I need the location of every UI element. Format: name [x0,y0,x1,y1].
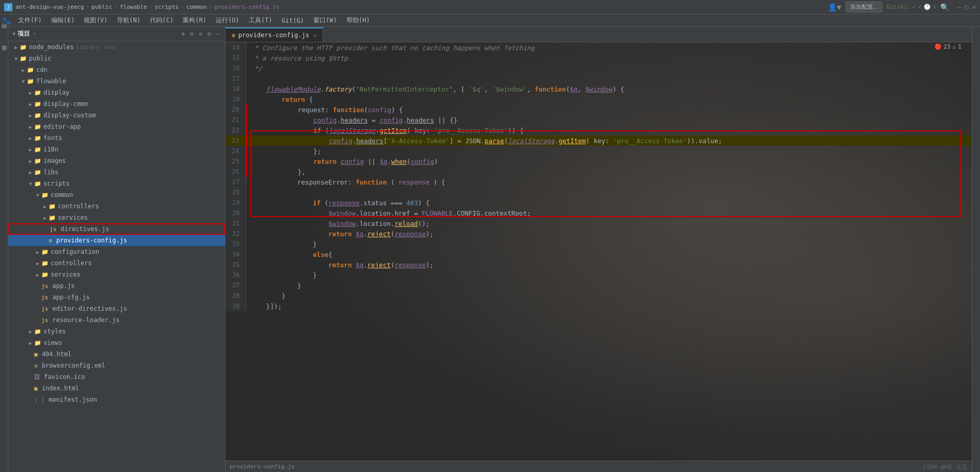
line-content[interactable]: return config || $q.when(config) [246,156,972,166]
arrow-icon: ▶ [27,329,34,334]
tree-item-index-html[interactable]: ▶ ▣ index.html [8,383,225,394]
tree-dropdown[interactable]: ▾ [33,31,36,37]
tree-item-fonts[interactable]: ▶ 📁 fonts [8,132,225,144]
line-content[interactable]: config.headers = config.headers || {} [246,115,972,125]
code-line-15: 15 * a resource using $http. [225,53,972,63]
code-line-36: 36 } [225,270,972,280]
menu-run[interactable]: 运行(U) [212,15,244,26]
global-search-icon[interactable]: 🔍 [940,3,949,11]
line-content[interactable]: $window.location.href = FLOWABLE.CONFIG.… [246,208,972,218]
tree-item-browserconfig[interactable]: ▶ ▣ browserconfig.xml [8,360,225,371]
tree-item-styles[interactable]: ▶ 📁 styles [8,326,225,337]
line-content[interactable]: }; [246,146,972,156]
line-content[interactable]: request: function(config) { [246,104,972,115]
folder-icon: 📁 [34,101,41,108]
menu-file[interactable]: 文件(F) [14,15,46,26]
line-number: 19 [225,94,246,104]
tab-close-button[interactable]: ✕ [313,33,316,38]
line-content[interactable]: return $q.reject(response); [246,229,972,239]
tree-item-display-cmmn[interactable]: ▶ 📁 display-cmmn [8,98,225,110]
line-content[interactable] [246,187,972,197]
line-content[interactable]: * Configure the HTTP provider such that … [246,42,972,53]
tree-item-scripts[interactable]: ▼ 📁 scripts [8,178,225,189]
line-content[interactable]: config.headers['X-Access-Token'] = JSON.… [246,135,972,146]
line-content[interactable]: else{ [246,249,972,260]
tree-item-app-cfg-js[interactable]: ▶ js app-cfg.js [8,292,225,303]
tree-item-configuration[interactable]: ▶ 📁 configuration [8,246,225,257]
code-content[interactable]: 14 * Configure the HTTP provider such th… [225,42,972,461]
line-content[interactable]: if (localStorage.getItem( key: 'pro__Acc… [246,125,972,135]
folder-icon: 📁 [49,203,56,210]
tree-item-i18n[interactable]: ▶ 📁 i18n [8,144,225,155]
win-max[interactable]: □ [965,4,969,10]
tree-item-services-scripts[interactable]: ▶ 📁 services [8,269,225,280]
tree-item-images[interactable]: ▶ 📁 images [8,155,225,166]
tab-providers-config[interactable]: ⚙ providers-config.js ✕ [225,27,323,42]
config-file-icon: ⚙ [49,237,52,244]
tree-item-providers-config[interactable]: ▶ ⚙ providers-config.js [8,235,225,246]
tree-item-favicon[interactable]: ▶ 🖼 favicon.ico [8,371,225,383]
line-content[interactable]: }, [246,166,972,177]
js-file-icon: js [41,294,48,301]
file-tree-content[interactable]: ▶ 📁 node_modules library root ▼ 📁 public… [8,41,225,472]
menu-refactor[interactable]: 重构(R) [178,15,210,26]
line-content[interactable]: return $q.reject(response); [246,260,972,270]
tree-item-directives-js[interactable]: ▶ js directives.js [8,223,225,235]
code-table: 14 * Configure the HTTP provider such th… [225,42,972,311]
line-content[interactable]: flowableModule.factory('NotPermittedInte… [246,84,972,94]
menu-nav[interactable]: 导航(N) [113,15,145,26]
user-icon[interactable]: 👤▼ [828,3,841,11]
tree-item-404[interactable]: ▶ ▣ 404.html [8,348,225,360]
line-content[interactable]: } [246,291,972,301]
line-content[interactable]: $window.location.reload(); [246,218,972,229]
line-content[interactable]: * a resource using $http. [246,53,972,63]
folder-icon: 📁 [34,135,41,142]
tree-item-controllers-common[interactable]: ▶ 📁 controllers [8,201,225,212]
menu-git[interactable]: Git(G) [278,16,308,25]
win-min[interactable]: — [957,4,961,10]
tree-locate-btn[interactable]: ⊕ [180,30,187,38]
tree-expand-btn[interactable]: ⇅ [197,30,204,38]
menu-help[interactable]: 帮助(H) [342,15,374,26]
tree-item-cdn[interactable]: ▶ 📁 cdn [8,64,225,75]
tree-item-common[interactable]: ▼ 📁 common [8,189,225,201]
add-config-button[interactable]: 添加配置... [846,2,882,12]
tree-settings-btn[interactable]: ⚙ [206,30,213,38]
line-content[interactable]: if (response.status === 403) { [246,197,972,208]
line-content[interactable]: } [246,280,972,291]
tree-item-display-custom[interactable]: ▶ 📁 display-custom [8,110,225,121]
line-content[interactable]: return { [246,94,972,104]
tree-item-flowable[interactable]: ▼ 📁 flowable [8,75,225,87]
line-content[interactable]: } [246,239,972,249]
tree-item-views[interactable]: ▶ 📁 views [8,337,225,348]
win-close[interactable]: ✕ [972,4,976,10]
tree-item-display[interactable]: ▶ 📁 display [8,87,225,98]
tree-item-app-js[interactable]: ▶ js app.js [8,280,225,292]
tree-item-public[interactable]: ▼ 📁 public [8,53,225,64]
line-content[interactable]: responseError: function ( response ) { [246,177,972,187]
tree-collapse-btn[interactable]: ≡ [189,30,195,38]
tree-item-node-modules[interactable]: ▶ 📁 node_modules library root [8,41,225,53]
line-content[interactable]: }]); [246,301,972,311]
tree-item-services-common[interactable]: ▶ 📁 services [8,212,225,223]
line-number: 33 [225,239,246,249]
folder-icon: 📁 [41,271,49,278]
tree-item-editor-app[interactable]: ▶ 📁 editor-app [8,121,225,132]
bc-active-file: providers-config.js [214,4,279,10]
code-line-14: 14 * Configure the HTTP provider such th… [225,42,972,53]
menu-window[interactable]: 窗口(W) [309,15,341,26]
line-content[interactable] [246,73,972,84]
right-controls: 👤▼ 添加配置... Git(G): ✓ ✓ 🕐 ↑ 🔍 — □ ✕ [828,2,976,12]
line-content[interactable]: */ [246,63,972,73]
tree-close-btn[interactable]: — [214,30,221,38]
tree-item-resource-loader[interactable]: ▶ js resource-loader.js [8,314,225,326]
menu-code[interactable]: 代码(C) [146,15,178,26]
menu-view[interactable]: 视图(V) [80,15,112,26]
menu-tools[interactable]: 工具(T) [245,15,277,26]
line-content[interactable]: } [246,270,972,280]
tree-item-manifest[interactable]: ▶ { } manifest.json [8,394,225,405]
tree-item-editor-directives[interactable]: ▶ js editor-directives.js [8,303,225,314]
menu-edit[interactable]: 编辑(E) [47,15,79,26]
tree-item-libs[interactable]: ▶ 📁 libs [8,166,225,178]
tree-item-controllers-scripts[interactable]: ▶ 📁 controllers [8,257,225,269]
